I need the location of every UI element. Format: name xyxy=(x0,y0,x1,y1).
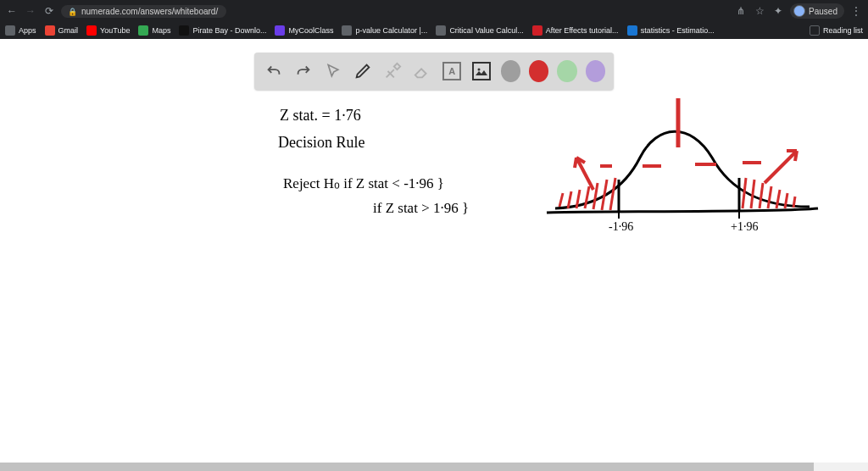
avatar xyxy=(793,5,805,17)
url-text: numerade.com/answers/whiteboard/ xyxy=(81,7,218,16)
horizontal-scrollbar[interactable] xyxy=(0,463,868,471)
bookmark-youtube[interactable]: YouTube xyxy=(86,25,130,36)
svg-line-13 xyxy=(751,180,754,208)
lock-icon: 🔒 xyxy=(68,8,77,16)
bookmark-label: Gmail xyxy=(58,26,79,35)
handwriting-zstat: Z stat. = 1·76 xyxy=(280,107,361,125)
bookmark-gmail[interactable]: Gmail xyxy=(45,25,79,36)
bookmark-star-button[interactable]: ☆ xyxy=(753,4,766,18)
svg-line-18 xyxy=(793,197,795,208)
share-button[interactable]: ⋔ xyxy=(734,4,748,18)
bookmark-pvalue[interactable]: p-value Calculator |... xyxy=(342,25,427,36)
bell-curve-sketch xyxy=(542,98,822,242)
svg-line-15 xyxy=(768,186,771,208)
bookmark-stats[interactable]: statistics - Estimatio... xyxy=(627,25,715,36)
bookmark-label: p-value Calculator |... xyxy=(355,26,427,35)
forward-button[interactable]: → xyxy=(24,4,37,18)
bookmark-label: YouTube xyxy=(100,26,130,35)
bookmark-label: After Effects tutorial... xyxy=(546,26,619,35)
svg-line-8 xyxy=(585,186,589,208)
handwriting-reject-2: if Z stat > 1·96 } xyxy=(373,200,469,217)
bookmark-apps[interactable]: Apps xyxy=(5,25,36,36)
reading-list-icon xyxy=(810,25,820,36)
bookmark-label: MyCoolClass xyxy=(288,26,333,35)
bookmark-label: statistics - Estimatio... xyxy=(641,26,715,35)
bookmark-label: Critical Value Calcul... xyxy=(449,26,523,35)
url-field[interactable]: 🔒 numerade.com/answers/whiteboard/ xyxy=(61,5,226,18)
bookmark-label: Apps xyxy=(19,26,36,35)
bookmark-label: Pirate Bay - Downlo... xyxy=(192,26,266,35)
profile-chip[interactable]: Paused xyxy=(790,3,844,19)
bookmark-ae[interactable]: After Effects tutorial... xyxy=(532,25,619,36)
favicon-piratebay xyxy=(179,25,189,36)
whiteboard-canvas[interactable]: Z stat. = 1·76 Decision Rule Reject H₀ i… xyxy=(0,39,868,471)
page-content: A Z stat. = 1·76 Decision Rule Reject H₀… xyxy=(0,39,868,471)
svg-line-5 xyxy=(559,193,563,207)
profile-label: Paused xyxy=(809,7,837,16)
reload-button[interactable]: ⟳ xyxy=(42,4,56,18)
handwriting-reject-1: Reject H₀ if Z stat < -1·96 } xyxy=(283,175,444,192)
scrollbar-thumb[interactable] xyxy=(0,463,814,471)
bookmark-label: Maps xyxy=(152,26,170,35)
favicon-critval xyxy=(436,25,446,36)
favicon-apps xyxy=(5,25,15,36)
kebab-menu[interactable]: ⋮ xyxy=(849,4,863,18)
svg-line-16 xyxy=(776,190,780,208)
svg-line-11 xyxy=(610,178,615,210)
browser-address-bar: ← → ⟳ 🔒 numerade.com/answers/whiteboard/… xyxy=(0,0,868,22)
favicon-pvalue xyxy=(342,25,352,36)
svg-line-9 xyxy=(593,183,598,209)
extensions-button[interactable]: ✦ xyxy=(771,4,785,18)
handwriting-decision-rule: Decision Rule xyxy=(278,134,364,152)
favicon-youtube xyxy=(86,25,97,36)
bookmark-critval[interactable]: Critical Value Calcul... xyxy=(436,25,523,36)
bookmarks-bar: AppsGmailYouTubeMapsPirate Bay - Downlo.… xyxy=(0,22,868,39)
reading-list-button[interactable]: Reading list xyxy=(810,25,863,36)
bookmark-maps[interactable]: Maps xyxy=(138,25,170,36)
svg-line-14 xyxy=(760,183,763,208)
svg-line-12 xyxy=(743,178,746,208)
bookmark-piratebay[interactable]: Pirate Bay - Downlo... xyxy=(179,25,266,36)
favicon-gmail xyxy=(45,25,55,36)
favicon-mycoolclass xyxy=(275,25,285,36)
reading-list-label: Reading list xyxy=(823,26,863,35)
favicon-maps xyxy=(138,25,148,36)
back-button[interactable]: ← xyxy=(5,4,19,18)
favicon-ae xyxy=(532,25,542,36)
favicon-stats xyxy=(627,25,637,36)
bookmark-mycoolclass[interactable]: MyCoolClass xyxy=(275,25,333,36)
